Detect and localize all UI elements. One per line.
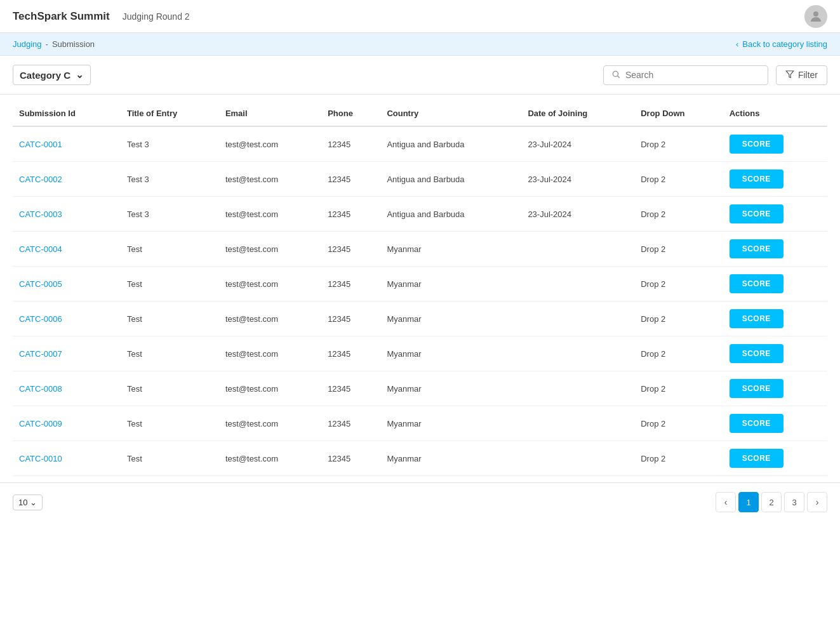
cell-date: 23-Jul-2024 (521, 162, 634, 197)
round-label: Judging Round 2 (123, 11, 190, 22)
cell-submission-id: CATC-0002 (13, 162, 121, 197)
breadcrumb: Judging - Submission (13, 39, 95, 49)
cell-title: Test 3 (121, 162, 219, 197)
cell-submission-id: CATC-0007 (13, 336, 121, 371)
submission-link[interactable]: CATC-0006 (19, 314, 62, 324)
cell-email: test@test.com (219, 197, 321, 232)
score-button[interactable]: SCORE (730, 344, 783, 363)
filter-label: Filter (798, 70, 818, 80)
cell-title: Test (121, 371, 219, 406)
cell-phone: 12345 (321, 406, 380, 441)
cell-date (521, 441, 634, 476)
cell-country: Myanmar (380, 302, 521, 336)
search-icon (611, 70, 620, 81)
score-button[interactable]: SCORE (730, 169, 783, 189)
cell-title: Test (121, 441, 219, 476)
cell-email: test@test.com (219, 126, 321, 162)
page-1-button[interactable]: 1 (738, 492, 759, 512)
table-row: CATC-0006 Test test@test.com 12345 Myanm… (13, 302, 827, 336)
cell-dropdown: Drop 2 (634, 197, 723, 232)
cell-title: Test (121, 232, 219, 267)
score-button[interactable]: SCORE (730, 414, 783, 433)
cell-country: Myanmar (380, 336, 521, 371)
cell-dropdown: Drop 2 (634, 406, 723, 441)
back-to-category-link[interactable]: ‹ Back to category listing (736, 39, 827, 49)
score-button[interactable]: SCORE (730, 449, 783, 468)
score-button[interactable]: SCORE (730, 309, 783, 328)
cell-submission-id: CATC-0008 (13, 371, 121, 406)
cell-dropdown: Drop 2 (634, 302, 723, 336)
avatar[interactable] (804, 5, 827, 28)
submission-link[interactable]: CATC-0003 (19, 209, 62, 219)
cell-email: test@test.com (219, 267, 321, 302)
cell-submission-id: CATC-0010 (13, 441, 121, 476)
score-button[interactable]: SCORE (730, 239, 783, 258)
cell-date: 23-Jul-2024 (521, 197, 634, 232)
cell-country: Antigua and Barbuda (380, 126, 521, 162)
breadcrumb-separator: - (46, 39, 48, 49)
table-body: CATC-0001 Test 3 test@test.com 12345 Ant… (13, 126, 827, 476)
cell-email: test@test.com (219, 336, 321, 371)
col-date: Date of Joining (521, 101, 634, 126)
cell-country: Myanmar (380, 232, 521, 267)
header-left: TechSpark Summit Judging Round 2 (13, 10, 190, 23)
breadcrumb-bar: Judging - Submission ‹ Back to category … (0, 33, 840, 56)
cell-date (521, 302, 634, 336)
prev-page-button[interactable]: ‹ (716, 492, 736, 512)
page-size-select: 10 ⌄ (13, 495, 43, 510)
submission-link[interactable]: CATC-0005 (19, 279, 62, 289)
cell-submission-id: CATC-0001 (13, 126, 121, 162)
cell-submission-id: CATC-0004 (13, 232, 121, 267)
header: TechSpark Summit Judging Round 2 (0, 0, 840, 33)
cell-submission-id: CATC-0005 (13, 267, 121, 302)
pagination-controls: ‹ 1 2 3 › (716, 492, 827, 512)
cell-country: Myanmar (380, 441, 521, 476)
cell-email: test@test.com (219, 302, 321, 336)
table-row: CATC-0001 Test 3 test@test.com 12345 Ant… (13, 126, 827, 162)
cell-actions: SCORE (723, 441, 827, 476)
table-row: CATC-0007 Test test@test.com 12345 Myanm… (13, 336, 827, 371)
chevron-left-icon: ‹ (736, 39, 738, 49)
submission-link[interactable]: CATC-0008 (19, 384, 62, 394)
breadcrumb-judging[interactable]: Judging (13, 39, 42, 49)
page-size-value: 10 (18, 498, 27, 507)
filter-button[interactable]: Filter (776, 65, 827, 85)
back-link-text: Back to category listing (742, 39, 827, 49)
page-size-dropdown[interactable]: 10 ⌄ (13, 495, 43, 510)
cell-actions: SCORE (723, 267, 827, 302)
page-3-button[interactable]: 3 (784, 492, 804, 512)
cell-phone: 12345 (321, 126, 380, 162)
next-page-button[interactable]: › (807, 492, 827, 512)
cell-submission-id: CATC-0009 (13, 406, 121, 441)
submission-link[interactable]: CATC-0009 (19, 419, 62, 428)
cell-dropdown: Drop 2 (634, 232, 723, 267)
cell-title: Test 3 (121, 197, 219, 232)
filter-icon (785, 70, 794, 81)
submission-link[interactable]: CATC-0007 (19, 349, 62, 359)
col-phone: Phone (321, 101, 380, 126)
submission-link[interactable]: CATC-0004 (19, 244, 62, 254)
cell-email: test@test.com (219, 406, 321, 441)
submission-link[interactable]: CATC-0001 (19, 140, 62, 149)
submission-link[interactable]: CATC-0002 (19, 175, 62, 184)
cell-phone: 12345 (321, 336, 380, 371)
table-row: CATC-0008 Test test@test.com 12345 Myanm… (13, 371, 827, 406)
score-button[interactable]: SCORE (730, 379, 783, 398)
svg-point-0 (813, 11, 818, 17)
cell-title: Test (121, 336, 219, 371)
category-dropdown[interactable]: Category C ⌄ (13, 65, 91, 85)
page-2-button[interactable]: 2 (761, 492, 782, 512)
cell-phone: 12345 (321, 302, 380, 336)
submission-link[interactable]: CATC-0010 (19, 454, 62, 463)
score-button[interactable]: SCORE (730, 274, 783, 293)
table-container: Submission Id Title of Entry Email Phone… (0, 95, 840, 476)
search-input[interactable] (625, 70, 760, 80)
cell-date (521, 406, 634, 441)
score-button[interactable]: SCORE (730, 135, 783, 154)
table-row: CATC-0004 Test test@test.com 12345 Myanm… (13, 232, 827, 267)
cell-actions: SCORE (723, 126, 827, 162)
score-button[interactable]: SCORE (730, 204, 783, 223)
cell-date (521, 267, 634, 302)
cell-dropdown: Drop 2 (634, 267, 723, 302)
table-row: CATC-0005 Test test@test.com 12345 Myanm… (13, 267, 827, 302)
